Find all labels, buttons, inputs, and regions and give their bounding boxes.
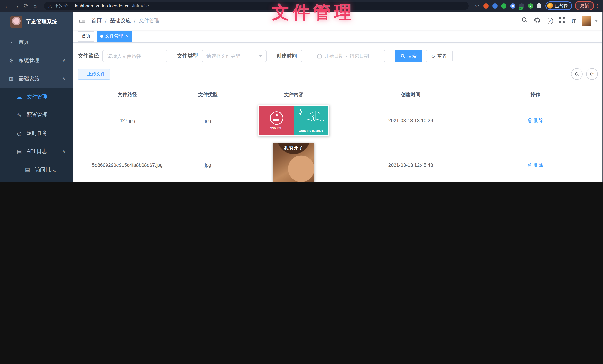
- url-host: dashboard.yudao.iocoder.cn: [73, 3, 130, 8]
- cloud-icon: ☁: [16, 94, 22, 100]
- cell-file-type: jpg: [177, 118, 239, 123]
- cell-file-type: jpg: [177, 162, 239, 168]
- search-icon: [401, 54, 405, 58]
- delete-button[interactable]: 删除: [528, 117, 543, 124]
- hamburger-icon[interactable]: [78, 17, 85, 24]
- date-range-picker[interactable]: 开始日期 - 结束日期: [301, 50, 385, 62]
- tag-首页[interactable]: 首页: [78, 31, 94, 41]
- breadcrumb-item[interactable]: 首页: [91, 17, 102, 24]
- user-avatar[interactable]: [582, 15, 591, 26]
- chevron-up-icon: ∧: [62, 149, 65, 154]
- fullscreen-icon[interactable]: [559, 17, 565, 24]
- main-area: 首页/基础设施/文件管理 首页文件管理: [73, 11, 603, 182]
- sidebar-item-api-log[interactable]: ▤API 日志∧: [0, 142, 73, 160]
- breadcrumb-separator: /: [105, 18, 106, 24]
- delete-label: 删除: [533, 162, 543, 168]
- sidebar: 芋道管理系统 ◔首页⚙系统管理∨⊞基础设施∧☁文件管理✎配置管理◷定时任务▤AP…: [0, 11, 73, 182]
- sidebar-item-label: 基础设施: [19, 75, 39, 82]
- browser-menu-icon[interactable]: [595, 3, 600, 9]
- bed-icon: [270, 111, 283, 125]
- cell-create-time: 2021-03-13 12:45:48: [348, 162, 473, 168]
- address-divider: [70, 3, 71, 8]
- timer-icon: ◷: [16, 130, 22, 136]
- badge-right-caption: work-life balance: [299, 129, 323, 132]
- window-scrollbar[interactable]: [602, 11, 603, 182]
- file-preview-meme-image[interactable]: 我裂开了: [273, 143, 314, 182]
- cell-create-time: 2021-03-13 13:10:28: [348, 118, 473, 123]
- chevron-up-icon: ∧: [62, 76, 65, 81]
- top-navbar: 首页/基础设施/文件管理: [73, 11, 603, 30]
- sidebar-item-config[interactable]: ✎配置管理: [0, 106, 73, 124]
- tag-文件管理[interactable]: 文件管理: [96, 31, 132, 41]
- user-menu-caret-icon[interactable]: [595, 20, 598, 22]
- cell-actions: 删除: [473, 117, 598, 124]
- toolbar-row: 上传文件: [78, 68, 598, 80]
- extensions-puzzle-icon[interactable]: [535, 2, 543, 10]
- extensions-area: ✓▦on2: [482, 2, 534, 10]
- bookmark-star-icon[interactable]: [473, 3, 481, 9]
- file-path-input[interactable]: [103, 50, 167, 62]
- cell-file-content: 996.ICUwork-life balance: [239, 105, 348, 136]
- app-logo: [10, 16, 22, 28]
- toggle-search-button[interactable]: [571, 68, 583, 80]
- badge-right-panel: work-life balance: [294, 106, 328, 135]
- security-label: 不安全: [55, 3, 68, 9]
- header-search-icon[interactable]: [522, 17, 528, 24]
- column-header: 文件类型: [177, 91, 239, 98]
- pin-ext-icon[interactable]: [491, 2, 499, 10]
- sidebar-item-home[interactable]: ◔首页: [0, 33, 73, 51]
- sidebar-item-infra[interactable]: ⊞基础设施∧: [0, 69, 73, 88]
- close-icon[interactable]: [126, 34, 128, 39]
- end-date-placeholder: 结束日期: [349, 53, 369, 59]
- green-ext-icon[interactable]: 2: [526, 2, 534, 10]
- start-date-placeholder: 开始日期: [324, 53, 344, 59]
- reset-button[interactable]: 重置: [426, 50, 453, 62]
- infra-icon: ⊞: [8, 76, 14, 81]
- search-button[interactable]: 搜索: [395, 50, 422, 62]
- cell-actions: 删除: [473, 162, 598, 168]
- browser-reload-icon[interactable]: [22, 1, 30, 10]
- active-tag-dot: [100, 35, 103, 38]
- sidebar-item-label: 定时任务: [27, 130, 47, 136]
- breadcrumb-separator: /: [134, 18, 136, 24]
- column-header: 文件内容: [239, 91, 348, 98]
- address-bar[interactable]: 不安全 dashboard.yudao.iocoder.cn /infra/fi…: [44, 2, 469, 10]
- on-ext-icon[interactable]: on: [518, 2, 525, 10]
- column-header: 文件路径: [78, 91, 177, 98]
- file-type-select[interactable]: 请选择文件类型: [202, 50, 267, 62]
- font-size-icon[interactable]: [571, 18, 576, 24]
- sidebar-item-job[interactable]: ◷定时任务: [0, 124, 73, 142]
- trash-icon: [528, 163, 532, 167]
- refresh-table-button[interactable]: [586, 68, 598, 80]
- browser-back-icon[interactable]: [3, 1, 12, 10]
- plus-icon: [83, 71, 85, 77]
- sidebar-item-access-log[interactable]: ▤访问日志: [0, 160, 73, 179]
- paused-profile-pill[interactable]: 已暂停: [545, 1, 572, 10]
- date-separator: -: [346, 53, 348, 59]
- sidebar-item-file[interactable]: ☁文件管理: [0, 88, 73, 106]
- sidebar-item-label: 配置管理: [27, 112, 47, 118]
- chevron-down-icon: ∨: [62, 58, 65, 63]
- badge-left-panel: 996.ICU: [259, 106, 294, 135]
- check-ext-icon[interactable]: ✓: [500, 2, 508, 10]
- breadcrumb-item[interactable]: 基础设施: [110, 17, 131, 24]
- help-icon[interactable]: [546, 18, 553, 24]
- delete-button[interactable]: 删除: [528, 162, 543, 168]
- orange-ext-icon[interactable]: [482, 2, 490, 10]
- file-table: 文件路径文件类型文件内容创建时间操作 427.jpgjpg996.ICUwork…: [78, 86, 598, 182]
- tag-label: 首页: [82, 33, 91, 39]
- navbar-actions: [522, 15, 603, 26]
- browser-forward-icon[interactable]: [12, 1, 21, 10]
- sidebar-item-error-log[interactable]: ▤错误日志: [0, 179, 73, 182]
- sidebar-logo-row[interactable]: 芋道管理系统: [0, 11, 73, 32]
- grid-ext-icon[interactable]: ▦: [509, 2, 516, 10]
- browser-home-icon[interactable]: [31, 1, 39, 10]
- github-icon[interactable]: [534, 17, 540, 25]
- upload-file-button[interactable]: 上传文件: [78, 68, 110, 80]
- file-path-label: 文件路径: [78, 53, 99, 59]
- sidebar-item-label: 首页: [19, 39, 29, 46]
- file-preview-996-badge[interactable]: 996.ICUwork-life balance: [258, 105, 329, 136]
- filter-row: 文件路径 文件类型 请选择文件类型 创建时间: [78, 50, 598, 62]
- sidebar-item-system[interactable]: ⚙系统管理∨: [0, 51, 73, 69]
- browser-update-button[interactable]: 更新: [575, 1, 594, 10]
